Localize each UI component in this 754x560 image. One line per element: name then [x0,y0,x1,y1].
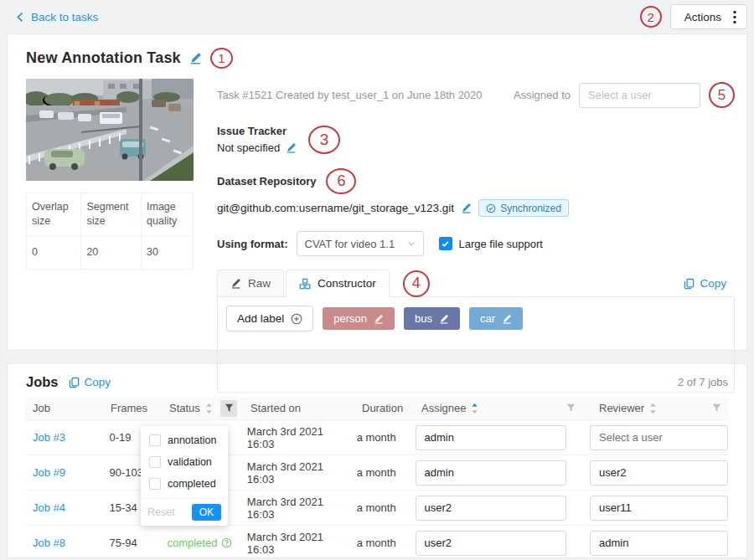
check-circle-icon [486,203,496,213]
reviewer-input[interactable] [590,531,728,556]
table-row: Job #3 0-19 March 3rd 2021 16:03 a month [26,420,728,455]
sync-status-badge: Synchronized [478,199,569,217]
label-tag-person[interactable]: person [323,307,395,330]
job-link[interactable]: Job #9 [33,466,65,479]
export-format-select[interactable]: CVAT for video 1.1 [297,231,424,256]
checkbox-unchecked-icon [149,478,161,490]
param-header-segment: Segment size [81,193,142,236]
edit-repository-icon[interactable] [461,203,472,213]
status-filter-dropdown: annotation validation completed Reset OK [141,426,228,526]
edit-issue-tracker-icon[interactable] [286,142,297,153]
job-link[interactable]: Job #8 [33,537,65,549]
task-title: New Annotation Task [26,49,181,67]
actions-button[interactable]: Actions [670,4,747,29]
filter-option-completed[interactable]: completed [141,473,228,495]
column-header-assignee: Assignee [415,400,592,417]
assignee-input[interactable] [416,531,566,556]
reviewer-input[interactable] [590,425,728,450]
status-cell: completed [160,537,240,549]
tab-constructor-label: Constructor [318,277,376,290]
pencil-icon[interactable] [374,314,384,324]
jobs-title: Jobs [26,374,59,390]
copy-jobs-label: Copy [85,376,111,388]
chevron-down-icon [407,239,416,248]
param-value-quality: 30 [142,235,194,269]
reviewer-header-label[interactable]: Reviewer [599,402,644,414]
copy-labels-button[interactable]: Copy [684,277,726,290]
sync-status-label: Synchronized [500,203,561,214]
label-tag-car-text: car [480,312,495,325]
question-circle-icon[interactable] [221,537,232,548]
export-format-value: CVAT for video 1.1 [305,238,395,250]
param-header-quality: Image quality [142,193,194,236]
sort-icon-ascending[interactable] [471,403,478,414]
table-row: Job #4 15-34 March 3rd 2021 16:03 a mont… [26,491,728,526]
label-tag-car[interactable]: car [469,307,523,330]
filter-option-validation[interactable]: validation [141,451,228,473]
assignee-header-label[interactable]: Assignee [421,402,466,414]
reviewer-input[interactable] [590,496,728,521]
dataset-repository-label: Dataset Repository [217,175,316,188]
block-icon [299,278,311,290]
assigned-to-label: Assigned to [514,89,571,101]
back-to-tasks-link[interactable]: Back to tasks [15,11,98,23]
filter-option-annotation[interactable]: annotation [141,429,228,451]
add-label-text: Add label [237,312,284,325]
sort-icon[interactable] [205,403,213,414]
param-value-overlap: 0 [27,235,81,269]
checkbox-unchecked-icon [149,456,161,468]
callout-6: 6 [326,168,356,194]
pencil-icon[interactable] [439,314,449,324]
status-header-label[interactable]: Status [169,402,200,414]
frames-cell: 75-94 [103,537,161,549]
filter-reset-button[interactable]: Reset [147,506,175,518]
using-format-label: Using format: [217,238,288,250]
add-label-button[interactable]: Add label [226,306,313,331]
column-header-duration: Duration [355,402,415,414]
callout-4: 4 [403,270,430,297]
tab-constructor[interactable]: Constructor [286,270,390,297]
callout-1: 1 [210,48,233,69]
edit-title-icon[interactable] [189,52,202,64]
copy-jobs-button[interactable]: Copy [69,376,111,388]
job-link[interactable]: Job #3 [33,431,65,444]
started-cell: March 3rd 2021 16:03 [240,531,350,556]
copy-icon [684,278,695,290]
status-completed-label: completed [167,537,217,549]
column-header-job: Job [26,402,104,414]
filter-icon-reviewer[interactable] [708,400,725,417]
plus-circle-icon [291,313,302,325]
column-header-status: Status [163,400,244,417]
tab-raw-label: Raw [248,277,271,290]
reviewer-input[interactable] [590,460,728,486]
copy-labels-label: Copy [700,277,726,290]
duration-cell: a month [350,466,409,479]
filter-ok-button[interactable]: OK [192,504,221,521]
assignee-input[interactable] [416,460,566,486]
label-tag-bus[interactable]: bus [404,307,460,330]
assignee-input[interactable] [416,496,566,521]
large-file-support-label: Large file support [459,238,543,250]
labels-constructor-panel: Add label person bus [217,296,735,393]
more-vertical-icon [733,10,736,24]
column-header-reviewer: Reviewer [592,400,728,417]
assignee-input[interactable] [416,425,566,450]
job-link[interactable]: Job #4 [33,501,65,514]
started-cell: March 3rd 2021 16:03 [240,460,350,486]
tab-raw[interactable]: Raw [217,270,284,297]
sort-icon[interactable] [649,403,657,414]
callout-5: 5 [709,82,735,108]
copy-icon [69,377,80,388]
checkbox-unchecked-icon [149,434,161,446]
issue-tracker-label: Issue Tracker [217,125,297,137]
callout-2: 2 [640,6,662,28]
task-assignee-input[interactable] [579,83,700,108]
repository-url[interactable]: git@github.com:username/git_storage_v123… [217,202,454,214]
task-details-card: New Annotation Task 1 [7,33,747,351]
large-file-support-checkbox[interactable]: Large file support [439,237,543,250]
pencil-icon[interactable] [502,314,512,324]
filter-icon-status[interactable] [220,400,237,417]
callout-3: 3 [308,126,340,154]
filter-icon-assignee[interactable] [562,400,579,417]
jobs-table: Job Frames Status Started on Duration As… [26,397,728,558]
